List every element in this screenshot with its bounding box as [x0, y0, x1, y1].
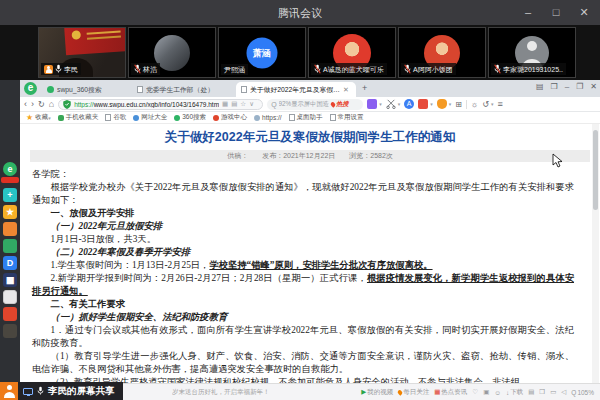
- window-icon[interactable]: ❐: [539, 388, 545, 396]
- news-icon: ▦: [434, 388, 440, 396]
- reader-mode-icon[interactable]: ▤: [231, 100, 237, 108]
- login-manager-icon[interactable]: [367, 99, 377, 109]
- mic-icon: [37, 386, 44, 396]
- hot-news-item[interactable]: ▦热点资讯: [434, 388, 467, 397]
- extensions-grid-icon[interactable]: ⊞: [455, 100, 462, 109]
- bookmark-star-icon[interactable]: ☆: [240, 100, 246, 108]
- doc-paragraph: 1月1日-3日放假，共3天。: [32, 233, 574, 246]
- address-bar[interactable]: https://www.swpu.edu.cn/xgb/info/1043/16…: [58, 99, 263, 110]
- tab-close-icon[interactable]: ✕: [343, 86, 349, 94]
- notice-meta: 供稿： 发布：2021年12月22日 浏览：2582次: [30, 150, 590, 162]
- dock-wps-icon[interactable]: [3, 239, 17, 253]
- participant-video-linhao[interactable]: 林浩: [128, 27, 216, 78]
- mic-on-icon: [55, 64, 62, 74]
- browser-restore-icon[interactable]: ❐: [576, 82, 583, 91]
- phone-icon: [58, 115, 64, 121]
- qr-code-icon[interactable]: ▦: [222, 100, 228, 108]
- page-icon: [105, 114, 111, 121]
- participant-name: 林浩: [143, 65, 157, 74]
- search-hot-text: 92%显示屏中国造: [279, 100, 329, 109]
- search-icon: Q: [271, 101, 276, 108]
- participant-video-4[interactable]: A诚恳的蓝犬曜可乐: [308, 27, 396, 78]
- game-icon: [213, 115, 219, 121]
- participant-name-badge: 李民: [41, 63, 81, 75]
- screenshot-scissors-icon[interactable]: [386, 99, 396, 109]
- dock-building-icon[interactable]: [3, 324, 17, 338]
- dock-app-health-icon[interactable]: +: [3, 188, 17, 202]
- home-icon[interactable]: ⌂: [49, 99, 54, 109]
- meta-source: 供稿：: [227, 151, 248, 161]
- scrollbar-thumb[interactable]: [593, 130, 598, 210]
- bookmark-settings[interactable]: 常用设置: [330, 113, 364, 122]
- participant-name-badge: 尹熙涵: [221, 64, 248, 75]
- dock-word-icon[interactable]: [3, 290, 17, 304]
- menu-hamburger-icon[interactable]: ≡: [497, 99, 502, 109]
- participant-video-yinxihan[interactable]: 萧涵 尹熙涵: [218, 27, 306, 78]
- my-video-item[interactable]: ▶我的视频: [361, 388, 393, 397]
- participant-video-6[interactable]: 李家璐201931025..: [488, 27, 576, 78]
- bookmark-360search[interactable]: 360搜索: [174, 113, 206, 122]
- translate-icon[interactable]: A: [404, 99, 414, 109]
- mic-muted-icon: [134, 64, 141, 74]
- workspace-icon[interactable]: ❒: [551, 82, 558, 91]
- tab-360-search[interactable]: swpu_360搜索: [42, 82, 128, 97]
- smiley-icon[interactable]: ☺: [494, 389, 501, 396]
- participant-video-limin[interactable]: 李民: [38, 27, 126, 78]
- dock-dingtalk-icon[interactable]: D: [3, 256, 17, 270]
- bookmark-sites[interactable]: 网址大全: [133, 113, 167, 122]
- skin-icon[interactable]: ☼: [471, 100, 478, 109]
- daily-follow-item[interactable]: 每日关注: [398, 388, 429, 397]
- chevron-down-icon[interactable]: ∨: [249, 100, 254, 108]
- participant-name: 李家璐201931025..: [503, 65, 563, 74]
- side-panel-icon[interactable]: ▤: [536, 82, 544, 91]
- page-content: 关于做好2022年元旦及寒假放假期间学生工作的通知 供稿： 发布：2021年12…: [20, 124, 600, 383]
- globe-icon: [133, 115, 139, 121]
- tab-favicon: [137, 86, 143, 93]
- zoom-level[interactable]: Q105%: [571, 389, 594, 396]
- minimize-icon[interactable]: –: [514, 0, 542, 25]
- printer-icon[interactable]: ▤: [528, 388, 534, 396]
- refresh-icon[interactable]: ↻: [38, 100, 45, 109]
- promo-text: 岁末送台历好礼，开启幸福新年！: [172, 388, 270, 397]
- search-box[interactable]: Q 92%显示屏中国造 热搜: [267, 99, 363, 110]
- browser-minimize-icon[interactable]: –: [565, 82, 569, 91]
- bookmark-mobile[interactable]: 手机收藏夹: [58, 113, 99, 122]
- scrollbar[interactable]: [592, 124, 599, 383]
- maximize-icon[interactable]: □: [542, 0, 570, 25]
- forward-icon[interactable]: ›: [31, 99, 34, 109]
- dock-game-icon[interactable]: [3, 307, 17, 321]
- dock-favorites-star-icon[interactable]: ★: [3, 205, 17, 219]
- dock-login-badge: [1, 177, 19, 183]
- dock-photos-icon[interactable]: [3, 222, 17, 236]
- browser-logo-icon[interactable]: e: [24, 82, 37, 95]
- page-icon: [330, 114, 336, 121]
- chat-icon[interactable]: ▭: [550, 388, 556, 396]
- download-item[interactable]: ↓下载: [506, 388, 523, 397]
- dock-docs-icon[interactable]: ▦: [3, 273, 17, 287]
- tab-notice-active[interactable]: 关于做好2022年元旦及寒假… ✕: [236, 82, 356, 97]
- doc-paragraph: 各学院：: [32, 168, 574, 181]
- browser-close-icon[interactable]: ✕: [590, 82, 597, 91]
- heart-icon[interactable]: ♡: [472, 388, 478, 396]
- dock-360browser-icon[interactable]: e: [3, 162, 17, 176]
- tab-student-dept[interactable]: 党委学生工作部（处）: [132, 82, 232, 97]
- bookmark-desktop-helper[interactable]: 桌面助手: [289, 113, 323, 122]
- participant-video-5[interactable]: A阿阿小饭团: [398, 27, 486, 78]
- bookmark-favorites[interactable]: ★收藏▾: [26, 113, 51, 122]
- protection-shield-icon[interactable]: [437, 99, 447, 109]
- image-icon[interactable]: ▣: [483, 388, 489, 396]
- new-tab-icon[interactable]: +: [362, 83, 367, 93]
- doc-paragraph: （1）教育引导学生进一步强化人身、财产、饮食、治安、消防、交通等方面安全意识，谨…: [32, 350, 574, 376]
- speaker-icon[interactable]: ◁: [561, 388, 566, 396]
- promotions-icon[interactable]: [418, 99, 428, 109]
- close-icon[interactable]: ✕: [570, 0, 598, 25]
- back-icon[interactable]: ‹: [24, 99, 27, 109]
- recover-tabs-icon[interactable]: ↺: [482, 100, 489, 109]
- magnifier-icon: Q: [571, 389, 576, 396]
- video-strip: 李民 林浩 萧涵 尹熙涵 A诚恳的蓝犬曜可乐: [0, 25, 600, 80]
- meeting-title: 腾讯会议: [0, 6, 600, 21]
- bookmark-google[interactable]: 谷歌: [105, 113, 126, 122]
- participant-name: 李民: [64, 65, 78, 74]
- bookmark-gamecenter[interactable]: 游戏中心: [213, 113, 247, 122]
- bookmark-https[interactable]: https://: [254, 114, 282, 121]
